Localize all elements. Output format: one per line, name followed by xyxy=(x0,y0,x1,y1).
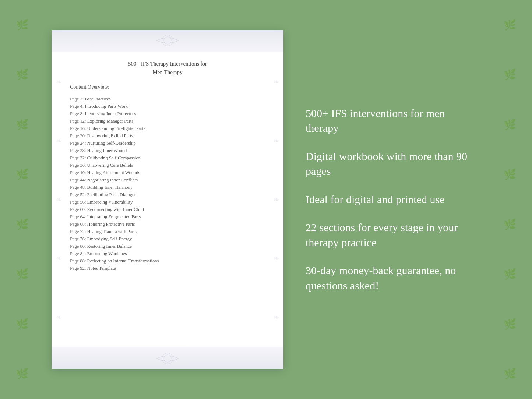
toc-title: Best Practices xyxy=(85,96,110,102)
toc-item: Page 36: Uncovering Core Beliefs xyxy=(70,162,265,169)
document-preview: ❧ ❧ ❧ ❧ ❧ ❧ ❧ ❧ ❧ ❧ 500+ IFS Therapy Int… xyxy=(52,30,283,369)
toc-page-num: Page 76: xyxy=(70,236,86,241)
toc-title: Identifying Inner Protectors xyxy=(85,111,136,116)
toc-item: Page 4: Introducing Parts Work xyxy=(70,103,265,110)
toc-title: Reconnecting with Inner Child xyxy=(87,207,144,212)
toc-page-num: Page 48: xyxy=(70,185,86,190)
toc-item: Page 28: Healing Inner Wounds xyxy=(70,147,265,154)
toc-title: Cultivating Self-Compassion xyxy=(87,155,141,160)
toc-item: Page 88: Reflecting on Internal Transfor… xyxy=(70,257,265,265)
feature-item: 30-day money-back guarantee, no question… xyxy=(306,263,473,293)
features-panel: 500+ IFS interventions for men therapyDi… xyxy=(306,106,480,293)
toc-page-num: Page 44: xyxy=(70,177,86,183)
toc-item: Page 48: Building Inner Harmony xyxy=(70,184,265,191)
toc-page-num: Page 12: xyxy=(70,119,86,124)
toc-item: Page 84: Embracing Wholeness xyxy=(70,250,265,257)
feature-item: Ideal for digital and printed use xyxy=(306,192,473,207)
toc-page-num: Page 72: xyxy=(70,229,86,234)
toc-page-num: Page 28: xyxy=(70,148,86,153)
toc-item: Page 68: Honoring Protective Parts xyxy=(70,220,265,228)
toc-page-num: Page 88: xyxy=(70,258,86,264)
doc-bottom-ornament xyxy=(52,347,283,369)
toc-item: Page 2: Best Practices xyxy=(70,95,265,103)
toc-page-num: Page 20: xyxy=(70,133,86,138)
toc-item: Page 92: Notes Template xyxy=(70,265,265,272)
feature-item: 22 sections for every stage in your ther… xyxy=(306,220,473,250)
toc-page-num: Page 32: xyxy=(70,155,86,160)
toc-item: Page 60: Reconnecting with Inner Child xyxy=(70,206,265,213)
toc-title: Healing Attachment Wounds xyxy=(87,170,140,175)
toc-page-num: Page 40: xyxy=(70,170,86,175)
feature-item: 500+ IFS interventions for men therapy xyxy=(306,106,473,136)
toc-page-num: Page 84: xyxy=(70,251,86,256)
toc-title: Exploring Manager Parts xyxy=(87,119,134,124)
doc-title-line1: 500+ IFS Therapy Interventions for xyxy=(128,61,207,67)
toc-item: Page 40: Healing Attachment Wounds xyxy=(70,169,265,176)
toc-page-num: Page 64: xyxy=(70,214,86,219)
toc-page-num: Page 24: xyxy=(70,141,86,146)
document-title: 500+ IFS Therapy Interventions for Men T… xyxy=(70,60,265,76)
toc-title: Building Inner Harmony xyxy=(87,185,133,190)
toc-page-num: Page 16: xyxy=(70,126,86,131)
toc-title: Restoring Inner Balance xyxy=(87,244,132,249)
toc-title: Facilitating Parts Dialogue xyxy=(87,192,137,197)
toc-item: Page 8: Identifying Inner Protectors xyxy=(70,110,265,117)
table-of-contents: Page 2: Best PracticesPage 4: Introducin… xyxy=(70,95,265,272)
toc-title: Introducing Parts Work xyxy=(85,104,128,109)
toc-page-num: Page 92: xyxy=(70,266,86,271)
toc-item: Page 76: Embodying Self-Energy xyxy=(70,235,265,243)
toc-item: Page 16: Understanding Firefighter Parts xyxy=(70,125,265,132)
toc-item: Page 20: Discovering Exiled Parts xyxy=(70,132,265,140)
toc-title: Discovering Exiled Parts xyxy=(87,133,133,138)
toc-title: Healing Trauma with Parts xyxy=(87,229,137,234)
toc-item: Page 72: Healing Trauma with Parts xyxy=(70,228,265,235)
toc-page-num: Page 8: xyxy=(70,111,84,116)
toc-page-num: Page 68: xyxy=(70,222,86,227)
toc-item: Page 80: Restoring Inner Balance xyxy=(70,243,265,250)
toc-page-num: Page 52: xyxy=(70,192,86,197)
toc-item: Page 44: Negotiating Inner Conflicts xyxy=(70,176,265,184)
toc-title: Understanding Firefighter Parts xyxy=(87,126,145,131)
main-content: ❧ ❧ ❧ ❧ ❧ ❧ ❧ ❧ ❧ ❧ 500+ IFS Therapy Int… xyxy=(0,0,532,399)
toc-title: Embracing Wholeness xyxy=(87,251,129,256)
toc-item: Page 64: Integrating Fragmented Parts xyxy=(70,213,265,220)
toc-item: Page 56: Embracing Vulnerability xyxy=(70,198,265,206)
toc-page-num: Page 80: xyxy=(70,244,86,249)
toc-title: Integrating Fragmented Parts xyxy=(87,214,141,219)
doc-top-ornament xyxy=(52,30,283,52)
feature-item: Digital workbook with more than 90 pages xyxy=(306,149,473,179)
toc-title: Embodying Self-Energy xyxy=(87,236,132,241)
toc-item: Page 52: Facilitating Parts Dialogue xyxy=(70,191,265,198)
toc-title: Healing Inner Wounds xyxy=(87,148,129,153)
toc-item: Page 12: Exploring Manager Parts xyxy=(70,117,265,125)
toc-title: Honoring Protective Parts xyxy=(87,222,135,227)
toc-item: Page 32: Cultivating Self-Compassion xyxy=(70,154,265,162)
toc-title: Embracing Vulnerability xyxy=(87,200,133,205)
content-overview-label: Content Overview: xyxy=(70,84,265,90)
toc-title: Notes Template xyxy=(87,266,116,271)
toc-page-num: Page 4: xyxy=(70,104,84,109)
toc-title: Reflecting on Internal Transformations xyxy=(87,258,159,264)
doc-title-line2: Men Therapy xyxy=(153,69,183,75)
toc-page-num: Page 56: xyxy=(70,200,86,205)
toc-page-num: Page 2: xyxy=(70,96,84,102)
toc-page-num: Page 36: xyxy=(70,163,86,168)
toc-title: Negotiating Inner Conflicts xyxy=(87,177,138,183)
document-body: 500+ IFS Therapy Interventions for Men T… xyxy=(52,52,283,347)
toc-item: Page 24: Nurturing Self-Leadership xyxy=(70,140,265,147)
toc-page-num: Page 60: xyxy=(70,207,86,212)
toc-title: Nurturing Self-Leadership xyxy=(87,141,136,146)
toc-title: Uncovering Core Beliefs xyxy=(87,163,133,168)
